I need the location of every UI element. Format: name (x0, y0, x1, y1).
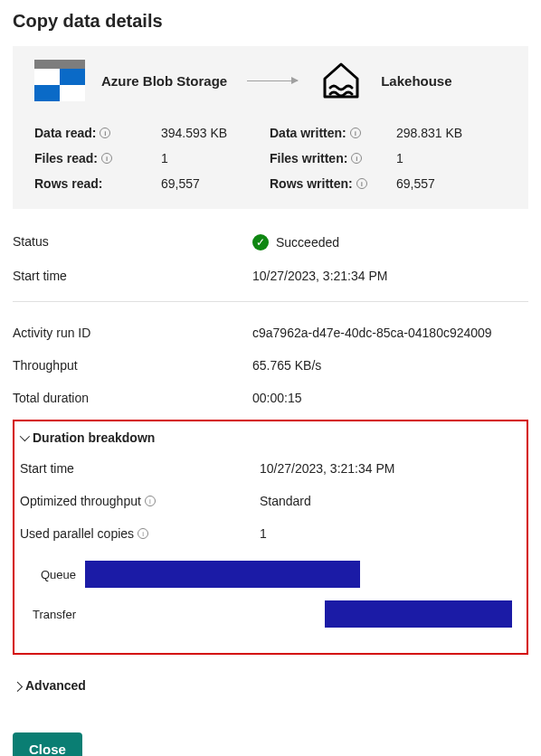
advanced-section: Advanced (13, 675, 528, 716)
transfer-bar-track (85, 600, 521, 628)
queue-bar-row: Queue (20, 561, 521, 588)
run-id-row: Activity run ID c9a7962a-d47e-40dc-85ca-… (13, 317, 528, 349)
files-read-label: Files read: i (34, 151, 152, 165)
info-icon[interactable]: i (351, 153, 362, 164)
info-icon[interactable]: i (138, 528, 148, 539)
svg-rect-4 (60, 85, 85, 101)
throughput-value: 65.765 KB/s (252, 358, 528, 373)
transfer-bar-fill (325, 600, 512, 628)
run-id-value: c9a7962a-d47e-40dc-85ca-04180c924009 (252, 326, 528, 340)
throughput-label: Throughput (13, 358, 252, 373)
transfer-direction-row: Azure Blob Storage Lakehouse (34, 57, 507, 104)
opt-throughput-label: Optimized throughput i (20, 494, 260, 508)
opt-throughput-value: Standard (260, 494, 521, 508)
svg-rect-2 (60, 69, 85, 85)
queue-bar-fill (85, 561, 360, 588)
source-side: Azure Blob Storage (34, 60, 227, 101)
parallel-copies-label: Used parallel copies i (20, 526, 260, 541)
transfer-summary-card: Azure Blob Storage Lakehouse Data read: … (13, 46, 528, 209)
opt-throughput-row: Optimized throughput i Standard (20, 485, 521, 517)
dest-label: Lakehouse (381, 73, 451, 89)
status-row: Status ✓ Succeeded (13, 225, 528, 260)
breakdown-start-time-value: 10/27/2023, 3:21:34 PM (260, 461, 521, 476)
queue-bar-label: Queue (20, 568, 85, 581)
parallel-copies-row: Used parallel copies i 1 (20, 517, 521, 550)
duration-bar-chart: Queue Transfer (20, 561, 521, 628)
throughput-row: Throughput 65.765 KB/s (13, 349, 528, 382)
total-duration-label: Total duration (13, 391, 252, 405)
status-value: ✓ Succeeded (252, 234, 528, 250)
rows-read-label: Rows read: (34, 176, 152, 191)
files-written-value: 1 (396, 151, 507, 165)
breakdown-start-time-label: Start time (20, 461, 260, 476)
close-button[interactable]: Close (13, 732, 82, 756)
run-id-label: Activity run ID (13, 326, 252, 340)
success-check-icon: ✓ (252, 234, 269, 250)
files-read-value: 1 (161, 151, 261, 165)
parallel-copies-value: 1 (260, 526, 521, 541)
info-icon[interactable]: i (350, 128, 361, 138)
azure-blob-storage-icon (34, 60, 85, 101)
lakehouse-icon (318, 57, 365, 104)
duration-breakdown-panel: Duration breakdown Start time 10/27/2023… (13, 420, 528, 655)
duration-breakdown-toggle[interactable]: Duration breakdown (20, 427, 521, 452)
page-title: Copy data details (13, 11, 528, 32)
start-time-value: 10/27/2023, 3:21:34 PM (252, 269, 528, 283)
start-time-label: Start time (13, 269, 252, 283)
data-read-value: 394.593 KB (161, 126, 261, 140)
total-duration-row: Total duration 00:00:15 (13, 382, 528, 414)
arrow-icon (247, 80, 298, 81)
advanced-toggle[interactable]: Advanced (13, 675, 528, 700)
chevron-right-icon (13, 682, 23, 692)
info-icon[interactable]: i (145, 496, 156, 506)
status-label: Status (13, 234, 252, 250)
total-duration-value: 00:00:15 (252, 391, 528, 405)
svg-rect-1 (34, 69, 60, 85)
svg-rect-3 (34, 85, 60, 101)
rows-read-value: 69,557 (161, 176, 261, 191)
info-icon[interactable]: i (101, 153, 112, 164)
data-written-label: Data written: i (270, 126, 387, 140)
data-written-value: 298.831 KB (396, 126, 507, 140)
rows-written-label: Rows written: i (270, 176, 387, 191)
chevron-down-icon (20, 431, 30, 441)
dest-side: Lakehouse (318, 57, 451, 104)
queue-bar-track (85, 561, 521, 588)
start-time-row: Start time 10/27/2023, 3:21:34 PM (13, 260, 528, 292)
data-read-label: Data read: i (34, 126, 152, 140)
rows-written-value: 69,557 (396, 176, 507, 191)
metrics-grid: Data read: i 394.593 KB Data written: i … (34, 126, 507, 191)
transfer-bar-label: Transfer (20, 608, 85, 621)
breakdown-start-time-row: Start time 10/27/2023, 3:21:34 PM (20, 452, 521, 485)
files-written-label: Files written: i (270, 151, 387, 165)
info-icon[interactable]: i (100, 128, 110, 138)
source-label: Azure Blob Storage (101, 73, 227, 89)
divider (13, 301, 528, 302)
transfer-bar-row: Transfer (20, 600, 521, 628)
svg-rect-0 (34, 60, 85, 69)
info-icon[interactable]: i (356, 178, 367, 189)
